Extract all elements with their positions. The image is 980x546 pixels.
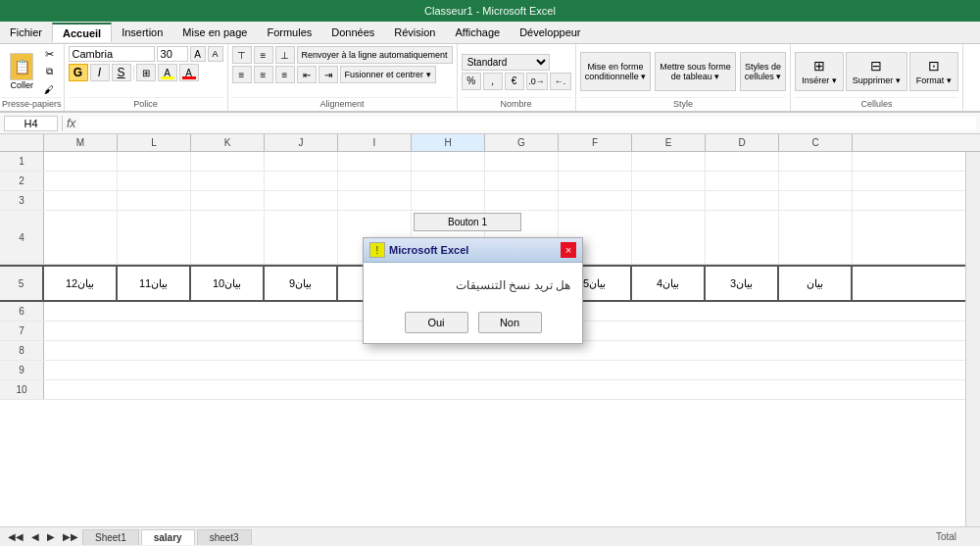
percent-button[interactable]: % (462, 73, 481, 90)
bold-button[interactable]: G (69, 64, 88, 81)
tab-fichier[interactable]: Fichier (0, 24, 52, 41)
group-style: Mise en formeconditionnelle ▾ Mettre sou… (576, 44, 792, 111)
tab-formules[interactable]: Formules (257, 24, 321, 41)
tab-revision[interactable]: Révision (384, 24, 445, 41)
group-presse-papiers: 📋 Coller ✂ ⧉ 🖌 Presse-papiers (0, 44, 65, 111)
app-title: Classeur1 - Microsoft Excel (424, 5, 556, 17)
sheet-tab-salary[interactable]: salary (141, 529, 195, 545)
dialog-overlay: ! Microsoft Excel × هل تريد نسخ التنسيقا… (0, 134, 980, 526)
tab-accueil[interactable]: Accueil (52, 23, 112, 42)
oui-button[interactable]: Oui (405, 312, 468, 333)
fill-color-button[interactable]: A (158, 64, 177, 81)
font-color-button[interactable]: A (179, 64, 199, 81)
sheet-nav-left[interactable]: ◀◀ (4, 531, 27, 542)
excel-dialog: ! Microsoft Excel × هل تريد نسخ التنسيقا… (363, 237, 583, 344)
number-format-select[interactable]: Standard (462, 54, 550, 71)
couper-button[interactable]: ✂ (40, 46, 58, 62)
sheet-nav-right[interactable]: ▶▶ (59, 531, 82, 542)
align-right-button[interactable]: ≡ (275, 66, 295, 83)
group-label-style: Style (580, 97, 787, 109)
group-alignement: ⊤ ≡ ⊥ Renvoyer à la ligne automatiquemen… (228, 44, 458, 111)
coller-button[interactable]: 📋 Coller (5, 50, 38, 93)
ribbon-content: 📋 Coller ✂ ⧉ 🖌 Presse-papiers A A G I S (0, 44, 980, 113)
group-label-police: Police (69, 97, 223, 109)
border-button[interactable]: ⊞ (136, 64, 156, 81)
delete-button[interactable]: ⊟Supprimer ▾ (846, 52, 907, 91)
cell-ref-input[interactable] (4, 116, 58, 131)
increase-font-button[interactable]: A (190, 46, 206, 62)
decrease-font-button[interactable]: A (208, 46, 223, 62)
non-button[interactable]: Non (478, 312, 542, 333)
dialog-buttons-row: Oui Non (375, 312, 570, 333)
tab-insertion[interactable]: Insertion (112, 24, 172, 41)
font-name-input[interactable] (69, 46, 155, 62)
sheet-tab-sheet1[interactable]: Sheet1 (82, 529, 139, 545)
copier-button[interactable]: ⧉ (40, 64, 58, 79)
dialog-icon: ! (369, 242, 385, 258)
insert-button[interactable]: ⊞Insérer ▾ (795, 52, 844, 91)
align-left-button[interactable]: ≡ (232, 66, 252, 83)
group-label-cellules: Cellules (795, 97, 958, 109)
thousands-button[interactable]: , (483, 73, 503, 90)
dialog-close-button[interactable]: × (561, 242, 576, 258)
sheet-nav-prev[interactable]: ◀ (27, 531, 43, 542)
formula-input[interactable] (79, 117, 976, 130)
tab-affichage[interactable]: Affichage (445, 24, 510, 41)
group-label-nombre: Nombre (462, 97, 571, 109)
status-bar: ◀◀ ◀ ▶ ▶▶ Sheet1 salary sheet3 Total (0, 526, 980, 546)
table-format-button[interactable]: Mettre sous formede tableau ▾ (655, 52, 736, 91)
underline-button[interactable]: S (112, 64, 131, 81)
increase-decimal-button[interactable]: .0→ (526, 73, 548, 90)
group-cellules: ⊞Insérer ▾ ⊟Supprimer ▾ ⊡Format ▾ Cellul… (791, 44, 963, 111)
dialog-message: هل تريد نسخ التنسيقات (375, 278, 570, 292)
cell-styles-button[interactable]: Styles decellules ▾ (740, 52, 787, 91)
group-nombre: Standard % , € .0→ ←. Nombre (458, 44, 576, 111)
status-total-label: Total (936, 531, 956, 542)
italic-button[interactable]: I (90, 64, 110, 81)
tab-donnees[interactable]: Données (321, 24, 384, 41)
sheet-nav-next[interactable]: ▶ (43, 531, 59, 542)
spreadsheet-area: M L K J I H G F E D C 1 2 (0, 134, 980, 526)
tab-developpeur[interactable]: Développeur (510, 24, 590, 41)
conditional-format-button[interactable]: Mise en formeconditionnelle ▾ (580, 52, 652, 91)
dialog-body: هل تريد نسخ التنسيقات Oui Non (364, 263, 582, 343)
merge-center-button[interactable]: Fusionner et centrer ▾ (340, 66, 436, 83)
sheet-tab-sheet3[interactable]: sheet3 (197, 529, 252, 545)
align-top-button[interactable]: ⊤ (232, 46, 252, 64)
tab-mise-en-page[interactable]: Mise en page (172, 24, 257, 41)
format-button[interactable]: ⊡Format ▾ (909, 52, 958, 91)
ribbon-tabs-row: Fichier Accueil Insertion Mise en page F… (0, 22, 980, 44)
align-bottom-button[interactable]: ⊥ (275, 46, 295, 64)
group-label-presse: Presse-papiers (2, 97, 62, 109)
group-police: A A G I S ⊞ A A Police (65, 44, 228, 111)
wrap-text-button[interactable]: Renvoyer à la ligne automatiquement (297, 46, 453, 64)
dialog-titlebar: ! Microsoft Excel × (364, 238, 582, 263)
outdent-button[interactable]: ⇥ (318, 66, 338, 83)
dialog-title: Microsoft Excel (389, 244, 561, 256)
indent-button[interactable]: ⇤ (297, 66, 317, 83)
reproduire-button[interactable]: 🖌 (40, 81, 58, 97)
font-size-input[interactable] (157, 46, 188, 62)
fx-label: fx (67, 117, 75, 130)
currency-button[interactable]: € (505, 73, 524, 90)
app-titlebar: Classeur1 - Microsoft Excel (0, 0, 980, 22)
align-middle-button[interactable]: ≡ (254, 46, 273, 64)
formula-bar: fx (0, 113, 980, 134)
group-label-alignement: Alignement (232, 97, 453, 109)
align-center-button[interactable]: ≡ (254, 66, 273, 83)
decrease-decimal-button[interactable]: ←. (550, 73, 571, 90)
